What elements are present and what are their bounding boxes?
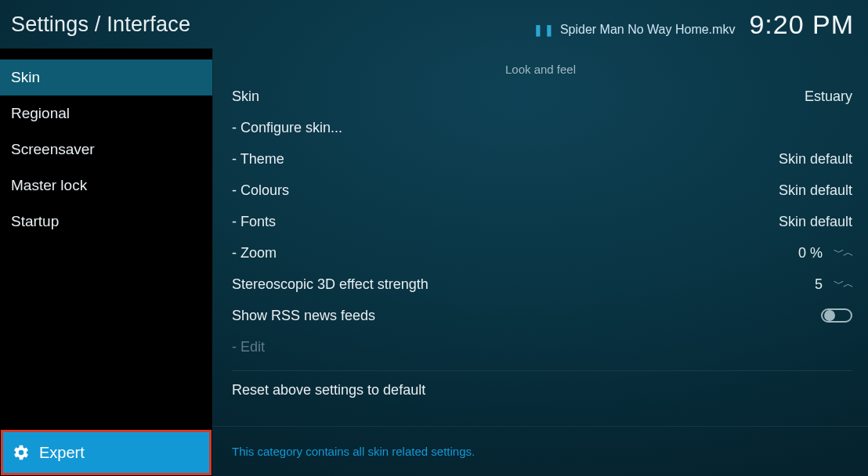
setting-row-skin[interactable]: Skin Estuary xyxy=(213,81,868,112)
settings-level-button[interactable]: Expert xyxy=(2,431,211,474)
breadcrumb: Settings / Interface xyxy=(11,13,190,37)
setting-label: - Configure skin... xyxy=(232,120,342,136)
setting-row-fonts[interactable]: - Fonts Skin default xyxy=(213,206,868,237)
settings-level-label: Expert xyxy=(39,444,85,462)
gear-icon xyxy=(13,444,30,461)
setting-label: Stereoscopic 3D effect strength xyxy=(232,276,429,293)
setting-value: 5 xyxy=(815,276,823,293)
spinner-arrows-icon: ﹀︿ xyxy=(834,246,852,260)
pause-icon: ❚❚ xyxy=(533,23,555,36)
toggle-switch[interactable] xyxy=(821,308,852,323)
sidebar: Skin Regional Screensaver Master lock St… xyxy=(0,49,213,476)
header: Settings / Interface ❚❚ Spider Man No Wa… xyxy=(0,0,868,49)
setting-row-configure-skin[interactable]: - Configure skin... xyxy=(213,112,868,143)
sidebar-item-screensaver[interactable]: Screensaver xyxy=(0,132,212,168)
sidebar-item-label: Master lock xyxy=(11,177,87,194)
sidebar-item-label: Skin xyxy=(11,69,40,86)
setting-label: - Zoom xyxy=(232,245,277,261)
now-playing[interactable]: ❚❚ Spider Man No Way Home.mkv xyxy=(533,23,735,37)
section-title: Look and feel xyxy=(213,58,868,81)
setting-label: Show RSS news feeds xyxy=(232,308,375,324)
settings-panel: Look and feel Skin Estuary - Configure s… xyxy=(213,49,868,426)
setting-value: Skin default xyxy=(779,214,852,230)
setting-row-edit: - Edit xyxy=(213,331,868,362)
now-playing-title: Spider Man No Way Home.mkv xyxy=(560,23,735,37)
sidebar-item-startup[interactable]: Startup xyxy=(0,204,212,240)
sidebar-item-regional[interactable]: Regional xyxy=(0,96,212,132)
setting-row-colours[interactable]: - Colours Skin default xyxy=(213,175,868,206)
setting-value: Estuary xyxy=(805,88,852,105)
setting-row-theme[interactable]: - Theme Skin default xyxy=(213,143,868,175)
header-right: ❚❚ Spider Man No Way Home.mkv 9:20 PM xyxy=(533,9,854,40)
description-text: This category contains all skin related … xyxy=(232,445,475,458)
setting-label: - Theme xyxy=(232,151,284,168)
description-bar: This category contains all skin related … xyxy=(213,426,868,476)
spinner-arrows-icon: ﹀︿ xyxy=(834,277,852,291)
setting-label: Reset above settings to default xyxy=(232,382,425,398)
divider xyxy=(232,370,852,371)
sidebar-footer: Expert xyxy=(0,429,212,476)
sidebar-nav: Skin Regional Screensaver Master lock St… xyxy=(0,49,212,240)
setting-row-zoom[interactable]: - Zoom 0 % ﹀︿ xyxy=(213,237,868,269)
sidebar-item-label: Regional xyxy=(11,105,70,122)
setting-row-stereoscopic[interactable]: Stereoscopic 3D effect strength 5 ﹀︿ xyxy=(213,269,868,300)
setting-row-reset[interactable]: Reset above settings to default xyxy=(213,374,868,406)
setting-spinner[interactable]: 0 % ﹀︿ xyxy=(798,245,852,261)
setting-value: Skin default xyxy=(779,182,852,199)
setting-label: - Edit xyxy=(232,339,265,355)
clock: 9:20 PM xyxy=(749,9,854,40)
setting-label: Skin xyxy=(232,88,259,105)
setting-value: Skin default xyxy=(779,151,852,168)
setting-value: 0 % xyxy=(798,245,823,261)
setting-row-rss[interactable]: Show RSS news feeds xyxy=(213,300,868,331)
setting-spinner[interactable]: 5 ﹀︿ xyxy=(815,276,852,293)
sidebar-item-skin[interactable]: Skin xyxy=(0,60,212,96)
sidebar-item-master-lock[interactable]: Master lock xyxy=(0,168,212,204)
sidebar-item-label: Startup xyxy=(11,213,59,230)
sidebar-item-label: Screensaver xyxy=(11,141,95,158)
setting-label: - Fonts xyxy=(232,214,276,230)
setting-label: - Colours xyxy=(232,182,289,199)
